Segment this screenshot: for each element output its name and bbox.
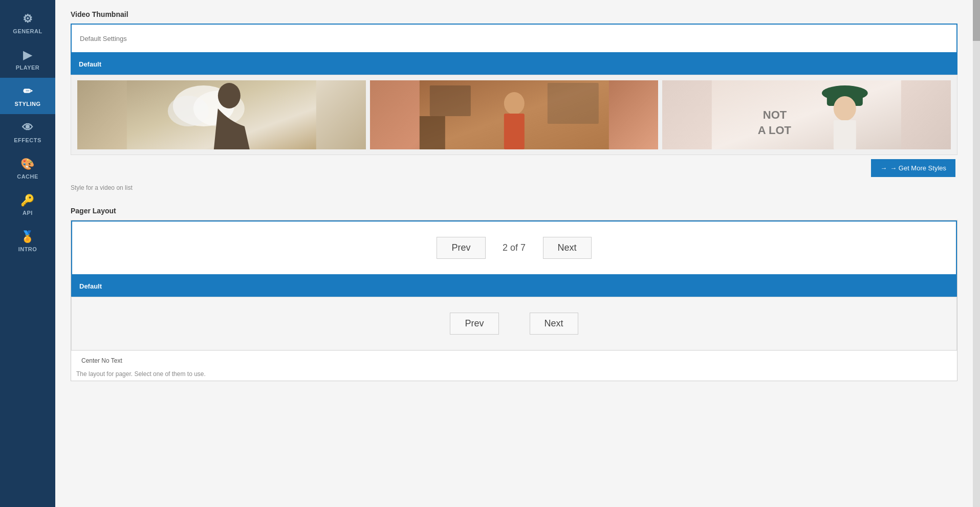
video-thumbnail-section: Video Thumbnail Default xyxy=(71,10,957,191)
sidebar-item-general[interactable]: ⚙ GENERAL xyxy=(0,5,55,41)
default-settings-input[interactable] xyxy=(80,35,948,42)
thumbnail-1-image xyxy=(77,80,366,149)
svg-point-4 xyxy=(218,83,241,108)
default-label: Default xyxy=(79,60,101,68)
pager-page-info: 2 of 7 xyxy=(494,243,535,253)
style-hint: Style for a video on list xyxy=(71,184,957,191)
svg-text:A LOT: A LOT xyxy=(758,124,792,137)
video-thumbnail-title: Video Thumbnail xyxy=(71,10,957,18)
thumbnail-2[interactable] xyxy=(370,80,659,149)
sidebar-item-effects[interactable]: 👁 EFFECTS xyxy=(0,114,55,150)
gear-icon: ⚙ xyxy=(23,12,33,26)
get-more-styles-button[interactable]: → → Get More Styles xyxy=(871,159,955,177)
pager-default-card: Prev 2 of 7 Next Default Prev Next Cente… xyxy=(71,220,957,381)
thumbnail-row: NOT A LOT xyxy=(71,75,957,155)
pager-prev-button[interactable]: Prev xyxy=(437,237,485,259)
sidebar-item-label: GENERAL xyxy=(13,28,42,34)
pencil-icon: ✏ xyxy=(23,85,33,98)
svg-point-14 xyxy=(834,96,856,121)
sidebar-item-label: EFFECTS xyxy=(14,137,41,143)
thumbnail-3[interactable]: NOT A LOT xyxy=(662,80,951,149)
thumbnail-2-image xyxy=(370,80,659,149)
thumbnail-1[interactable] xyxy=(77,80,366,149)
main-content: Video Thumbnail Default xyxy=(55,0,973,507)
pager-layout-title: Pager Layout xyxy=(71,207,957,215)
sidebar-item-label: API xyxy=(23,210,33,216)
thumbnail-3-image: NOT A LOT xyxy=(662,80,951,149)
medal-icon: 🏅 xyxy=(20,230,35,244)
eye-icon: 👁 xyxy=(22,121,34,135)
sidebar-item-cache[interactable]: 🎨 CACHE xyxy=(0,150,55,187)
pager-default-preview: Prev 2 of 7 Next xyxy=(71,221,957,275)
pager-next2-button[interactable]: Next xyxy=(530,313,578,335)
sidebar-item-styling[interactable]: ✏ STYLING xyxy=(0,78,55,114)
key-icon: 🔑 xyxy=(20,194,35,207)
svg-rect-11 xyxy=(712,80,901,149)
default-blue-bar: Default xyxy=(71,53,957,75)
sidebar-item-player[interactable]: ▶ PLAYER xyxy=(0,41,55,78)
pager-next-button[interactable]: Next xyxy=(543,237,592,259)
sidebar-item-label: CACHE xyxy=(17,173,38,180)
sidebar-item-intro[interactable]: 🏅 INTRO xyxy=(0,223,55,259)
pager-prev2-button[interactable]: Prev xyxy=(450,313,498,335)
get-more-styles-label: → Get More Styles xyxy=(890,164,946,172)
center-no-text-label: Center No Text xyxy=(76,354,952,367)
svg-rect-10 xyxy=(504,114,525,149)
arrow-right-icon: → xyxy=(880,164,887,172)
play-icon: ▶ xyxy=(23,49,32,62)
sidebar: ⚙ GENERAL ▶ PLAYER ✏ STYLING 👁 EFFECTS 🎨… xyxy=(0,0,55,507)
sidebar-item-label: STYLING xyxy=(14,101,40,107)
default-settings-card xyxy=(71,24,957,53)
sidebar-item-api[interactable]: 🔑 API xyxy=(0,187,55,223)
scrollbar-track[interactable] xyxy=(973,0,980,507)
pager-layout-section: Pager Layout Prev 2 of 7 Next Default Pr… xyxy=(71,207,957,381)
pager-default-bar: Default xyxy=(71,275,957,297)
svg-rect-8 xyxy=(420,116,445,149)
pager-layout-hint: The layout for pager. Select one of them… xyxy=(76,370,952,378)
palette-icon: 🎨 xyxy=(20,158,35,171)
svg-rect-7 xyxy=(548,83,599,124)
svg-text:NOT: NOT xyxy=(763,108,787,121)
scrollbar-thumb[interactable] xyxy=(973,0,980,41)
sidebar-item-label: INTRO xyxy=(18,246,37,252)
svg-rect-6 xyxy=(430,85,471,116)
get-more-styles-row: → → Get More Styles xyxy=(71,155,957,181)
svg-rect-15 xyxy=(834,120,856,149)
pager-center-no-text-preview: Prev Next xyxy=(71,297,957,350)
svg-point-9 xyxy=(504,92,525,115)
sidebar-item-label: PLAYER xyxy=(16,64,40,71)
pager-default-label: Default xyxy=(79,282,102,290)
